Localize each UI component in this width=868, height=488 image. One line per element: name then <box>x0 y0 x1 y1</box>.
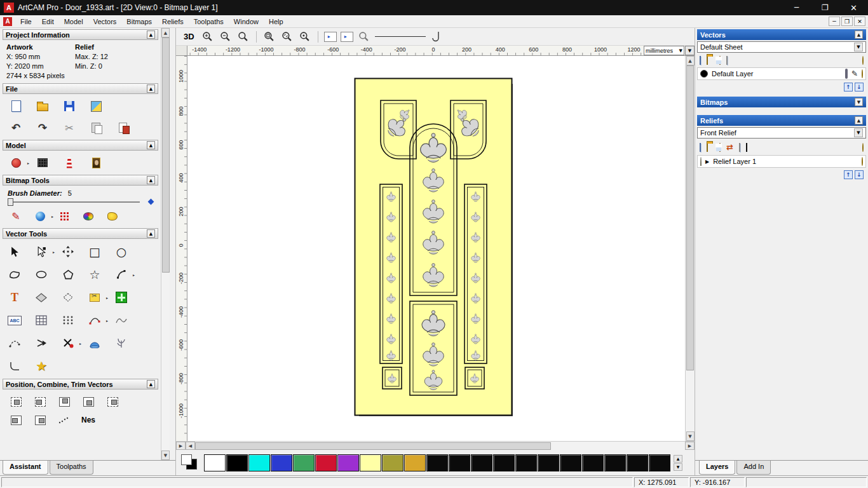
align-center-icon[interactable] <box>8 394 24 409</box>
zoom-in-icon[interactable] <box>201 30 215 43</box>
relief-visibility-icon[interactable] <box>862 158 863 165</box>
position-combine-trim-header[interactable]: Position, Combine, Trim Vectors ▲ <box>3 379 158 390</box>
reliefs-section-header[interactable]: Reliefs ▲ <box>697 115 866 126</box>
undo-icon[interactable]: ↶ <box>8 120 24 135</box>
canvas-horizontal-scrollbar[interactable]: ▶ ◀ ▶ <box>176 441 695 450</box>
circle-tool-icon[interactable]: ○ <box>113 244 130 259</box>
expand-arrow-icon[interactable]: ▶ <box>705 159 709 165</box>
freehand-vector-icon[interactable] <box>6 267 23 282</box>
collapse-icon[interactable]: ▲ <box>147 141 155 149</box>
collapse-icon[interactable]: ▲ <box>147 229 155 238</box>
tab-add-in[interactable]: Add In <box>736 461 771 475</box>
align-bottom-icon[interactable] <box>80 394 97 409</box>
relief-preview-icon[interactable] <box>746 144 747 151</box>
mdi-close-button[interactable]: ✕ <box>854 17 865 26</box>
menu-item-toolpaths[interactable]: Toolpaths <box>189 17 229 27</box>
copy-icon[interactable] <box>88 120 104 135</box>
close-button[interactable]: ✕ <box>839 0 868 15</box>
palette-swatch-14[interactable] <box>515 454 537 471</box>
open-vector-layer-icon[interactable] <box>707 57 708 64</box>
set-model-size-icon[interactable] <box>8 155 24 170</box>
mdi-restore-button[interactable]: ❐ <box>841 17 853 26</box>
new-relief-sheet-icon[interactable] <box>739 144 740 151</box>
align-left-icon[interactable] <box>32 394 48 409</box>
create-star-icon[interactable]: ★ <box>33 358 50 374</box>
layer-visibility-icon[interactable] <box>862 70 863 78</box>
move-layer-down-icon[interactable]: ↓ <box>855 83 864 92</box>
snap-guides-toggle-icon[interactable] <box>341 32 353 42</box>
palette-swatch-11[interactable] <box>449 454 470 471</box>
star-tool-icon[interactable]: ☆ <box>86 267 103 282</box>
cut-icon[interactable]: ✂ <box>61 120 78 135</box>
tab-toolpaths[interactable]: Toolpaths <box>50 461 93 475</box>
measure-tool-icon[interactable] <box>86 313 103 328</box>
spin-profile-icon[interactable] <box>86 336 103 351</box>
menu-item-bitmaps[interactable]: Bitmaps <box>121 17 157 27</box>
bitmap-tools-header[interactable]: Bitmap Tools ▲ <box>3 175 158 186</box>
collapse-icon[interactable]: ▲ <box>147 85 155 93</box>
zoom-objects-icon[interactable] <box>298 30 312 43</box>
zoom-fit-icon[interactable] <box>280 30 294 43</box>
grid-tool-icon[interactable] <box>33 313 50 328</box>
palette-swatch-7[interactable] <box>360 454 381 471</box>
open-relief-layer-icon[interactable] <box>707 144 708 151</box>
palette-swatch-9[interactable] <box>404 454 426 471</box>
rectangle-tool-icon[interactable]: □ <box>86 244 103 259</box>
assistant-scrollbar[interactable]: ▲ ▼ <box>161 28 170 460</box>
drawing-canvas[interactable] <box>187 56 685 441</box>
palette-swatch-16[interactable] <box>560 454 581 471</box>
vector-tools-header[interactable]: Vector Tools ▲ <box>3 228 158 239</box>
collapse-icon[interactable]: ▲ <box>147 380 155 388</box>
chevron-down-icon[interactable]: ▼ <box>854 128 863 137</box>
fillet-tool-icon[interactable] <box>6 358 23 374</box>
zoom-out-icon[interactable] <box>219 30 233 43</box>
colour-palette-icon[interactable] <box>80 208 97 224</box>
new-vector-layer-icon[interactable] <box>700 57 701 64</box>
units-selector[interactable]: millimetres ▼ <box>644 46 684 55</box>
palette-swatch-8[interactable] <box>382 454 403 471</box>
menu-item-window[interactable]: Window <box>229 17 264 27</box>
distribute-v-icon[interactable] <box>32 412 48 428</box>
transfer-relief-icon[interactable]: ⇄ <box>726 142 733 152</box>
toggle-3d-view-button[interactable]: 3D <box>181 30 197 43</box>
trim-diamond-icon[interactable] <box>60 290 76 305</box>
new-relief-layer-icon[interactable] <box>700 144 701 151</box>
brush-diameter-slider[interactable] <box>8 201 140 203</box>
distribute-h-icon[interactable] <box>8 412 24 428</box>
slider-thumb[interactable] <box>8 198 13 206</box>
pane-splitter-icon[interactable]: ▶ <box>176 442 186 450</box>
move-layer-down-icon[interactable]: ↓ <box>855 170 864 179</box>
palette-swatch-19[interactable] <box>627 454 648 471</box>
relief-layer-row[interactable]: ▶ Relief Layer 1 <box>697 155 866 168</box>
node-editing-icon[interactable] <box>33 244 50 259</box>
scroll-down-icon[interactable]: ▼ <box>686 431 695 441</box>
vector-sheet-selector[interactable]: Default Sheet ▼ <box>697 41 866 53</box>
palette-swatch-10[interactable] <box>426 454 448 471</box>
palette-scroll-down-icon[interactable]: ▼ <box>674 463 682 471</box>
lighthouse-icon[interactable] <box>61 155 78 170</box>
fit-curve-icon[interactable] <box>113 313 130 328</box>
zoom-previous-icon[interactable] <box>236 30 250 43</box>
menu-item-file[interactable]: File <box>15 17 37 27</box>
collapse-icon[interactable]: ▲ <box>147 176 155 184</box>
palette-swatch-18[interactable] <box>604 454 626 471</box>
move-layer-up-icon[interactable]: ↑ <box>844 170 853 179</box>
spaced-copies-icon[interactable] <box>56 412 72 428</box>
paste-along-vector-icon[interactable] <box>113 290 130 305</box>
palette-swatch-13[interactable] <box>493 454 515 471</box>
model-section-header[interactable]: Model ▲ <box>3 140 158 151</box>
palette-swatch-5[interactable] <box>315 454 337 471</box>
curve-style-icon[interactable] <box>430 30 444 43</box>
spray-icon[interactable] <box>56 208 72 224</box>
wrap-text-icon[interactable]: ABC <box>6 313 23 328</box>
menu-item-reliefs[interactable]: Reliefs <box>157 17 189 27</box>
zoom-window-icon[interactable] <box>262 30 276 43</box>
canvas-vertical-scrollbar[interactable]: ▲ ▼ <box>685 56 695 441</box>
align-right-icon[interactable] <box>104 394 121 409</box>
create-text-icon[interactable]: T <box>6 290 23 305</box>
redo-icon[interactable]: ↷ <box>34 120 51 135</box>
expand-icon[interactable]: ▼ <box>855 98 863 106</box>
foreground-colour[interactable] <box>181 454 192 465</box>
chevron-down-icon[interactable]: ▼ <box>854 43 863 51</box>
save-model-icon[interactable] <box>61 98 78 114</box>
